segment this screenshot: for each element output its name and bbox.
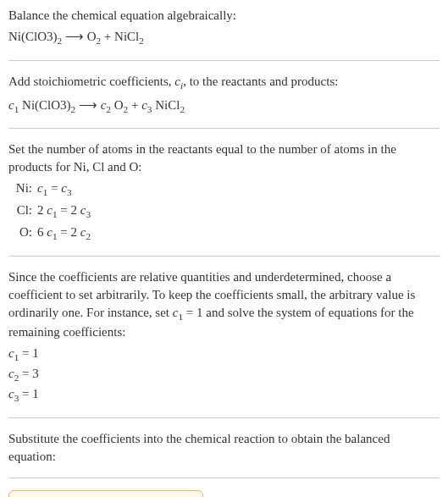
solution-line: c1 = 1 <box>8 345 440 365</box>
eq-text: Ni(ClO3) <box>19 98 70 112</box>
section-solve: Since the coefficients are relative quan… <box>8 268 440 418</box>
coef-val: = 1 <box>19 387 38 400</box>
pre: 2 <box>37 203 47 217</box>
solutions: c1 = 1 c2 = 3 c3 = 1 <box>8 345 440 405</box>
text-part: Add stoichiometric coefficients, <box>8 75 174 88</box>
coef-val: = 3 <box>19 367 38 380</box>
coef-var: c <box>174 75 180 88</box>
atom-eq: c1 = c3 <box>37 179 440 200</box>
eq-sub: 2 <box>180 104 185 114</box>
solve-text: Since the coefficients are relative quan… <box>8 268 440 342</box>
text-part: , to the reactants and products: <box>183 75 338 88</box>
coef-var: c <box>8 346 14 360</box>
coef-var: c <box>8 367 14 380</box>
answer-box: Answer: Ni(ClO3)2 ⟶ 3 O2 + NiCl2 <box>8 490 203 498</box>
eq-text: ⟶ O <box>62 30 96 43</box>
arrow: ⟶ <box>75 98 101 112</box>
atom-label: O: <box>8 224 32 244</box>
atom-eq: 2 c1 = 2 c3 <box>37 202 440 222</box>
coef-var: c <box>141 98 147 112</box>
coef-sub: 3 <box>86 209 91 219</box>
coef-var: c <box>8 387 14 400</box>
atom-label: Cl: <box>8 202 32 222</box>
pre: 6 <box>37 225 47 239</box>
coefficients-equation: c1 Ni(ClO3)2 ⟶ c2 O2 + c3 NiCl2 <box>8 97 440 117</box>
coef-sub: 3 <box>67 187 72 197</box>
eq-sign: = 2 <box>58 225 80 239</box>
eq-text: + NiCl <box>101 30 139 43</box>
problem-text: Balance the chemical equation algebraica… <box>8 7 440 25</box>
plus: + <box>128 98 141 112</box>
coef-val: = 1 <box>19 346 38 360</box>
section-problem: Balance the chemical equation algebraica… <box>8 7 440 61</box>
atom-label: Ni: <box>8 179 32 200</box>
atoms-text: Set the number of atoms in the reactants… <box>8 141 440 176</box>
coefficients-text: Add stoichiometric coefficients, ci, to … <box>8 73 440 93</box>
substitute-text: Substitute the coefficients into the che… <box>8 430 440 466</box>
eq-text: O <box>111 98 124 112</box>
coef-var: c <box>47 203 53 217</box>
section-substitute: Substitute the coefficients into the che… <box>8 430 440 478</box>
eq-text: NiCl <box>152 98 180 112</box>
coef-var: c <box>8 98 14 112</box>
atoms-grid: Ni: c1 = c3 Cl: 2 c1 = 2 c3 O: 6 c1 = 2 … <box>8 179 440 243</box>
section-atoms: Set the number of atoms in the reactants… <box>8 141 440 256</box>
eq-sign: = <box>47 181 61 195</box>
coef-var: c <box>61 181 67 195</box>
section-coefficients: Add stoichiometric coefficients, ci, to … <box>8 73 440 130</box>
eq-sign: = 2 <box>58 203 80 217</box>
coef-sub: 2 <box>86 231 91 241</box>
eq-text: Ni(ClO3) <box>8 30 58 43</box>
coef-var: c <box>47 225 53 239</box>
eq-sub: 2 <box>139 36 144 46</box>
problem-equation: Ni(ClO3)2 ⟶ O2 + NiCl2 <box>8 28 440 48</box>
coef-var: c <box>37 181 43 195</box>
solution-line: c3 = 1 <box>8 385 440 406</box>
solution-line: c2 = 3 <box>8 365 440 385</box>
atom-eq: 6 c1 = 2 c2 <box>37 224 440 244</box>
